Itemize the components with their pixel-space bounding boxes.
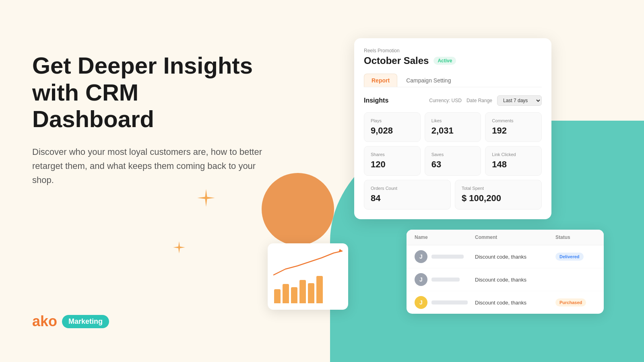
metrics-grid-top: Plays 9,028 Likes 2,031 Comments 192 Sha… — [364, 112, 542, 176]
metric-saves: Saves 63 — [425, 146, 481, 176]
metric-shares: Shares 120 — [364, 146, 421, 176]
metric-plays: Plays 9,028 — [364, 112, 421, 142]
insights-controls: Currency: USD Date Range Last 7 days Las… — [429, 95, 542, 106]
metric-total-spent: Total Spent $ 100,200 — [455, 180, 542, 210]
chart-bar-4 — [299, 280, 306, 303]
campaign-title-row: October Sales Active — [364, 55, 542, 66]
metrics-grid-bottom: Orders Count 84 Total Spent $ 100,200 — [364, 180, 542, 210]
metric-shares-value: 120 — [371, 159, 414, 170]
logo-badge: Marketing — [62, 315, 109, 328]
comment-2: Discount code, thanks — [475, 277, 555, 283]
campaign-label: Reels Promotion — [364, 48, 542, 53]
metric-comments-label: Comments — [492, 118, 535, 123]
orange-blob-decoration — [262, 173, 334, 245]
comment-3: Discount code, thanks — [475, 300, 555, 306]
chart-card — [268, 243, 348, 310]
metric-total-spent-value: $ 100,200 — [462, 193, 535, 204]
metric-total-spent-label: Total Spent — [462, 186, 535, 191]
avatar-3: J — [415, 296, 427, 309]
metric-link-clicked-label: Link Clicked — [492, 152, 535, 157]
insights-header: Insights Currency: USD Date Range Last 7… — [364, 95, 542, 106]
col-head-comment: Comment — [475, 234, 555, 240]
chart-bars — [274, 275, 323, 303]
status-1: Delivered — [555, 253, 596, 261]
currency-label: Currency: USD — [429, 98, 462, 103]
metric-link-clicked: Link Clicked 148 — [485, 146, 542, 176]
chart-bar-3 — [291, 287, 297, 303]
headline: Get Deeper Insights with CRM Dashboard — [32, 52, 266, 133]
table-card: Name Comment Status J Discount code, tha… — [407, 230, 604, 314]
avatar-2: J — [415, 273, 427, 286]
chart-bar-2 — [283, 284, 289, 303]
status-3: Purchased — [555, 298, 596, 306]
metric-plays-label: Plays — [371, 118, 414, 123]
metric-plays-value: 9,028 — [371, 125, 414, 136]
status-badge-delivered: Delivered — [555, 253, 584, 261]
user-cell-3: J — [415, 296, 475, 309]
logo-area: ako Marketing — [32, 313, 109, 330]
table-header: Name Comment Status — [407, 230, 604, 245]
table-row: J Discount code, thanks Delivered — [407, 245, 604, 268]
tab-campaign-setting[interactable]: Campaign Setting — [399, 74, 458, 87]
campaign-title: October Sales — [364, 55, 429, 66]
sparkle-icon-1 — [197, 189, 215, 207]
metric-orders-value: 84 — [371, 193, 444, 204]
chart-bar-1 — [274, 289, 281, 303]
chart-bar-5 — [308, 283, 314, 303]
date-range-select[interactable]: Last 7 days Last 30 days Last 90 days — [497, 95, 542, 106]
metric-orders-label: Orders Count — [371, 186, 444, 191]
sparkle-icon-2 — [173, 241, 185, 253]
tabs-row: Report Campaign Setting — [364, 74, 542, 87]
avatar-1: J — [415, 250, 427, 263]
table-row: J Discount code, thanks Purchased — [407, 291, 604, 314]
status-badge-purchased: Purchased — [555, 298, 586, 306]
logo-text: ako — [32, 313, 57, 330]
user-cell-1: J — [415, 250, 475, 263]
user-name-2 — [431, 278, 460, 282]
metric-likes: Likes 2,031 — [425, 112, 481, 142]
hero-section: Get Deeper Insights with CRM Dashboard D… — [32, 52, 266, 187]
metric-comments: Comments 192 — [485, 112, 542, 142]
insights-title: Insights — [364, 97, 388, 104]
metric-comments-value: 192 — [492, 125, 535, 136]
subtext: Discover who your most loyal customers a… — [32, 145, 266, 187]
metric-saves-label: Saves — [431, 152, 475, 157]
metric-likes-value: 2,031 — [431, 125, 475, 136]
col-head-name: Name — [415, 234, 475, 240]
table-row: J Discount code, thanks — [407, 268, 604, 291]
metric-link-clicked-value: 148 — [492, 159, 535, 170]
metric-likes-label: Likes — [431, 118, 475, 123]
tab-report[interactable]: Report — [364, 74, 397, 87]
user-name-1 — [431, 255, 464, 259]
user-name-3 — [431, 300, 468, 304]
date-range-label: Date Range — [466, 98, 492, 103]
user-cell-2: J — [415, 273, 475, 286]
metric-saves-value: 63 — [431, 159, 475, 170]
metric-orders: Orders Count 84 — [364, 180, 451, 210]
chart-bar-6 — [316, 276, 323, 303]
metric-shares-label: Shares — [371, 152, 414, 157]
col-head-status: Status — [555, 234, 596, 240]
dashboard-card: Reels Promotion October Sales Active Rep… — [354, 38, 551, 219]
active-badge: Active — [433, 57, 456, 65]
comment-1: Discount code, thanks — [475, 254, 555, 260]
